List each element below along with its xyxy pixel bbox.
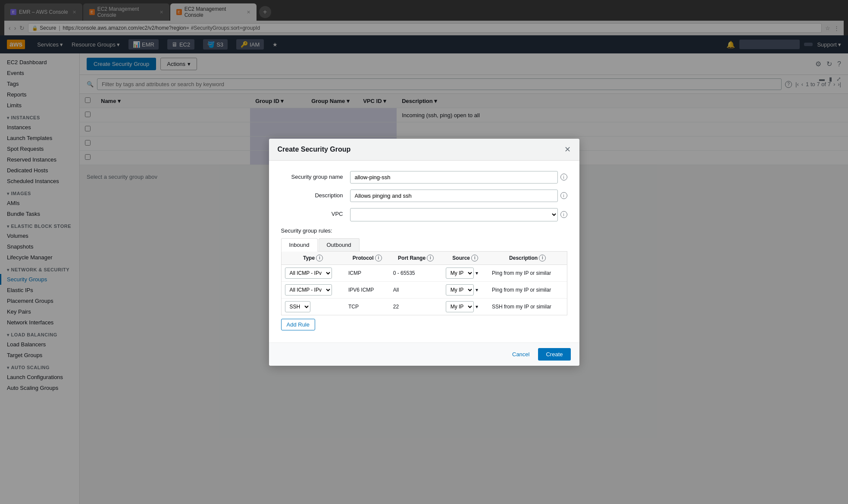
rule1-source-wrap: My IP ▾ bbox=[446, 268, 485, 279]
rules-table-wrap: Type i Protocol i Port Range i Source i bbox=[281, 252, 567, 315]
rule2-type-select[interactable]: All ICMP - IPv bbox=[285, 284, 332, 296]
rule2-port-range: All bbox=[393, 287, 399, 293]
create-button[interactable]: Create bbox=[538, 348, 570, 361]
protocol-col-info[interactable]: i bbox=[375, 255, 382, 261]
tab-inbound[interactable]: Inbound bbox=[281, 238, 318, 252]
col-type: Type i bbox=[282, 252, 345, 265]
rule3-protocol: TCP bbox=[348, 304, 359, 310]
rule2-description: Ping from my IP or similar bbox=[492, 287, 551, 293]
modal-header: Create Security Group ✕ bbox=[269, 139, 579, 161]
rule2-source-wrap: My IP ▾ bbox=[446, 284, 485, 296]
col-protocol: Protocol i bbox=[345, 252, 390, 265]
rule-row-2: All ICMP - IPv IPV6 ICMP All bbox=[282, 281, 567, 298]
rule1-type-select[interactable]: All ICMP - IPv bbox=[285, 268, 332, 279]
rules-table: Type i Protocol i Port Range i Source i bbox=[282, 252, 567, 315]
vpc-select[interactable] bbox=[350, 208, 558, 221]
rule3-port-range: 22 bbox=[393, 304, 399, 310]
rule1-source-select[interactable]: My IP bbox=[446, 268, 474, 279]
rules-tabs: Inbound Outbound bbox=[281, 238, 567, 252]
name-info-icon[interactable]: i bbox=[560, 174, 567, 180]
port-col-info[interactable]: i bbox=[427, 255, 434, 261]
form-label-vpc: VPC bbox=[281, 208, 350, 217]
desc-col-info[interactable]: i bbox=[539, 255, 546, 261]
form-label-name: Security group name bbox=[281, 171, 350, 180]
rule-row-1: All ICMP - IPv ICMP 0 - 65535 bbox=[282, 264, 567, 281]
rule2-source-arrow: ▾ bbox=[476, 287, 478, 293]
security-group-name-input[interactable] bbox=[350, 171, 558, 184]
rule1-description: Ping from my IP or similar bbox=[492, 270, 551, 276]
rule2-protocol: IPV6 ICMP bbox=[348, 287, 374, 293]
create-security-group-modal: Create Security Group ✕ Security group n… bbox=[269, 139, 579, 366]
col-port-range: Port Range i bbox=[390, 252, 442, 265]
form-row-description: Description i bbox=[281, 190, 567, 202]
form-field-vpc: i bbox=[350, 208, 567, 221]
rule1-source-arrow: ▾ bbox=[476, 270, 478, 276]
rule2-source-select[interactable]: My IP bbox=[446, 284, 474, 296]
rule-row-3: SSH TCP 22 bbox=[282, 298, 567, 315]
rule3-type-select[interactable]: SSH bbox=[285, 301, 310, 312]
modal-close-button[interactable]: ✕ bbox=[564, 145, 571, 154]
form-field-name: i bbox=[350, 171, 567, 184]
description-input[interactable] bbox=[350, 190, 558, 202]
modal-overlay: Create Security Group ✕ Security group n… bbox=[0, 0, 848, 504]
rule1-port-range: 0 - 65535 bbox=[393, 270, 415, 276]
form-label-description: Description bbox=[281, 190, 350, 199]
rule3-source-arrow: ▾ bbox=[476, 304, 478, 310]
add-rule-button[interactable]: Add Rule bbox=[281, 319, 315, 330]
type-col-info[interactable]: i bbox=[316, 255, 323, 261]
form-row-name: Security group name i bbox=[281, 171, 567, 184]
modal-title: Create Security Group bbox=[278, 146, 351, 153]
vpc-info-icon[interactable]: i bbox=[560, 211, 567, 218]
tab-outbound[interactable]: Outbound bbox=[319, 238, 360, 251]
rule3-source-select[interactable]: My IP bbox=[446, 301, 474, 312]
rules-label: Security group rules: bbox=[281, 227, 567, 234]
source-col-info[interactable]: i bbox=[471, 255, 478, 261]
rule3-description: SSH from my IP or similar bbox=[492, 304, 551, 310]
form-row-vpc: VPC i bbox=[281, 208, 567, 221]
modal-body: Security group name i Description i VPC bbox=[269, 161, 579, 342]
description-info-icon[interactable]: i bbox=[560, 192, 567, 199]
rules-section: Security group rules: Inbound Outbound T… bbox=[281, 227, 567, 332]
modal-footer: Cancel Create bbox=[269, 342, 579, 366]
col-rule-description: Description i bbox=[488, 252, 566, 265]
form-field-description: i bbox=[350, 190, 567, 202]
rule3-source-wrap: My IP ▾ bbox=[446, 301, 485, 312]
cancel-button[interactable]: Cancel bbox=[508, 348, 534, 360]
col-source: Source i bbox=[442, 252, 488, 265]
rule1-protocol: ICMP bbox=[348, 270, 361, 276]
